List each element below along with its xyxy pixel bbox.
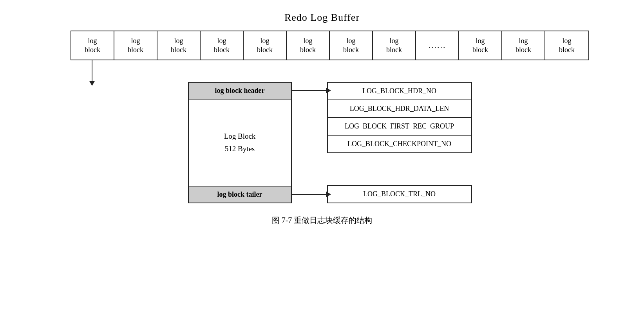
caption: 图 7-7 重做日志块缓存的结构 xyxy=(272,215,373,226)
buffer-block-8: ...... xyxy=(416,31,459,60)
buffer-block-4: log block xyxy=(244,31,287,60)
buffer-block-10: log block xyxy=(502,31,545,60)
block-tailer-label: log block tailer xyxy=(189,186,291,203)
diagram: Redo Log Buffer log blocklog blocklog bl… xyxy=(0,12,644,226)
tailer-arrow-row: LOG_BLOCK_TRL_NO xyxy=(292,185,472,203)
buffer-block-0: log block xyxy=(71,31,114,60)
main-title: Redo Log Buffer xyxy=(284,12,360,24)
header-field-0: LOG_BLOCK_HDR_NO xyxy=(328,83,471,100)
buffer-block-11: log block xyxy=(545,31,588,60)
block-body-label: Log Block 512 Bytes xyxy=(189,100,291,186)
header-arrow-row: LOG_BLOCK_HDR_NOLOG_BLOCK_HDR_DATA_LENLO… xyxy=(292,82,472,153)
block-header-label: log block header xyxy=(189,83,291,100)
buffer-block-6: log block xyxy=(330,31,373,60)
tailer-field-0: LOG_BLOCK_TRL_NO xyxy=(328,186,471,203)
buffer-block-9: log block xyxy=(459,31,502,60)
block-detail-box: log block header Log Block 512 Bytes log… xyxy=(188,82,292,203)
header-field-3: LOG_BLOCK_CHECKPOINT_NO xyxy=(328,136,471,152)
header-field-2: LOG_BLOCK_FIRST_REC_GROUP xyxy=(328,118,471,136)
page: Redo Log Buffer log blocklog blocklog bl… xyxy=(0,0,644,333)
tailer-field-list: LOG_BLOCK_TRL_NO xyxy=(327,185,472,203)
detail-area: log block header Log Block 512 Bytes log… xyxy=(188,82,472,203)
buffer-block-5: log block xyxy=(287,31,330,60)
buffer-block-7: log block xyxy=(373,31,416,60)
buffer-block-3: log block xyxy=(201,31,244,60)
header-field-list: LOG_BLOCK_HDR_NOLOG_BLOCK_HDR_DATA_LENLO… xyxy=(327,82,472,153)
buffer-row: log blocklog blocklog blocklog blocklog … xyxy=(71,31,589,60)
header-field-1: LOG_BLOCK_HDR_DATA_LEN xyxy=(328,100,471,118)
buffer-block-1: log block xyxy=(114,31,157,60)
buffer-block-2: log block xyxy=(157,31,201,60)
fields-column: LOG_BLOCK_HDR_NOLOG_BLOCK_HDR_DATA_LENLO… xyxy=(292,82,472,203)
